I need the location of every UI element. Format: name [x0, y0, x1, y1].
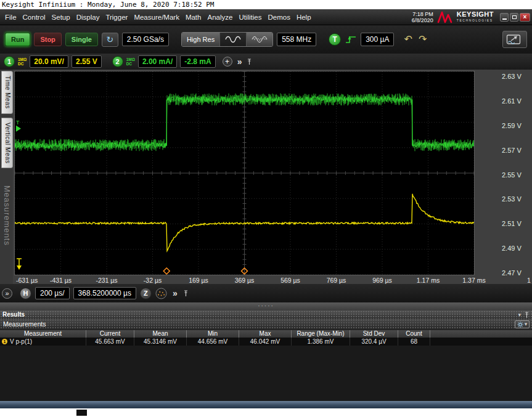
- collapse-icon[interactable]: ▾: [518, 310, 521, 319]
- y-axis-label: 2.53 V: [502, 195, 522, 203]
- channel1-button[interactable]: 1: [4, 56, 15, 67]
- horizontal-position-display[interactable]: 368.5200000 µs: [73, 287, 136, 299]
- bottom-status-bar: [0, 401, 532, 408]
- expand-button[interactable]: »: [2, 288, 12, 299]
- measurement-value: 45.3146 mV: [134, 338, 187, 346]
- timebase-display[interactable]: 200 µs/: [35, 287, 70, 299]
- menu-item-trigger[interactable]: Trigger: [102, 14, 131, 21]
- x-axis-label: 1.37 ms: [462, 277, 485, 284]
- measurements-settings-button[interactable]: ▾: [515, 320, 530, 328]
- pin-icon[interactable]: [524, 312, 530, 318]
- acq-mode-button[interactable]: High Res: [182, 33, 220, 46]
- channel1-coupling[interactable]: 1MΩ DC: [18, 57, 27, 66]
- y-axis-label: 2.59 V: [502, 122, 522, 129]
- pin-icon[interactable]: [183, 290, 189, 297]
- window-title: Keysight Infiniium : Monday, June 8, 202…: [0, 0, 532, 9]
- menu-item-file[interactable]: File: [2, 14, 20, 21]
- channel2-offset-display[interactable]: -2.8 mA: [180, 55, 215, 68]
- brand-text: KEYSIGHT TECHNOLOGIES: [457, 11, 494, 23]
- y-axis-label: 2.57 V: [502, 147, 522, 154]
- channel-bar: 1 1MΩ DC 20.0 mV/ 2.55 V 2 1MΩ DC 2.00 m…: [0, 54, 532, 70]
- scope-workspace: Time Meas Vertical Meas Measurements T 2…: [0, 70, 532, 284]
- chevron-down-icon: ▾: [525, 321, 528, 328]
- measurement-value: 45.663 mV: [86, 338, 134, 346]
- x-axis-label: 369 µs: [235, 277, 255, 284]
- channel2-dc: DC: [126, 62, 135, 66]
- results-header-icons: ▾: [518, 310, 530, 319]
- taskbar-fragment: [76, 410, 87, 416]
- column-header-max[interactable]: Max: [239, 330, 292, 338]
- gear-icon: [517, 322, 523, 328]
- close-button[interactable]: ×: [520, 13, 530, 22]
- measurement-value: 68: [398, 338, 430, 346]
- column-header-count[interactable]: Count: [398, 330, 430, 338]
- column-header-min[interactable]: Min: [187, 330, 239, 338]
- horizontal-button[interactable]: H: [20, 288, 31, 299]
- trigger-edge-icon[interactable]: [345, 34, 357, 45]
- trigger-level-marker: [16, 126, 21, 132]
- sidebar-tab-vertical-meas[interactable]: Vertical Meas: [1, 118, 13, 169]
- undo-button[interactable]: ↶: [403, 34, 413, 44]
- channel2-coupling[interactable]: 1MΩ DC: [126, 57, 135, 66]
- column-header-measurement[interactable]: Measurement: [0, 330, 86, 338]
- waveform-display[interactable]: T: [15, 71, 474, 275]
- measurement-row[interactable]: 1V p-p(1)45.663 mV45.3146 mV44.656 mV46.…: [0, 338, 532, 346]
- measurement-value: 1.386 mV: [292, 338, 350, 346]
- menu-item-measure-mark[interactable]: Measure/Mark: [131, 14, 182, 21]
- channel2-scale-display[interactable]: 2.00 mA/: [138, 55, 177, 68]
- measurements-table-body: 1V p-p(1)45.663 mV45.3146 mV44.656 mV46.…: [0, 338, 532, 346]
- sidebar-tab-time-meas[interactable]: Time Meas: [1, 71, 13, 114]
- channel1-offset-display[interactable]: 2.55 V: [72, 55, 102, 68]
- menu-item-help[interactable]: Help: [293, 14, 314, 21]
- more-chevrons[interactable]: »: [235, 57, 244, 67]
- more-chevrons[interactable]: »: [171, 288, 179, 298]
- panel-splitter[interactable]: [0, 302, 532, 310]
- smooth-wave-button[interactable]: [220, 33, 247, 46]
- minimize-button[interactable]: [500, 13, 509, 22]
- menu-item-math[interactable]: Math: [182, 14, 205, 21]
- waveform-canvas: T: [15, 71, 474, 275]
- column-header-current[interactable]: Current: [86, 330, 134, 338]
- run-button[interactable]: Run: [5, 33, 30, 46]
- x-axis-label: -431 µs: [50, 277, 72, 284]
- add-channel-button[interactable]: +: [223, 57, 232, 67]
- x-axis-label: 969 µs: [372, 277, 392, 284]
- zoom-button[interactable]: Z: [140, 288, 152, 299]
- restore-button[interactable]: [510, 13, 518, 22]
- bandwidth-display[interactable]: 558 MHz: [277, 33, 316, 46]
- menu-item-analyze[interactable]: Analyze: [204, 14, 235, 21]
- sample-rate-display[interactable]: 2.50 GSa/s: [122, 33, 169, 46]
- measurements-header[interactable]: Measurements ▾: [0, 319, 532, 330]
- menu-item-setup[interactable]: Setup: [49, 14, 73, 21]
- time-reference-marker: [163, 268, 170, 274]
- menu-item-utilities[interactable]: Utilities: [235, 14, 264, 21]
- sample-points-icon[interactable]: [155, 288, 167, 299]
- menu-item-demos[interactable]: Demos: [264, 14, 293, 21]
- y-axis-label: 2.49 V: [502, 245, 522, 252]
- acquisition-mode-group: High Res: [181, 32, 273, 47]
- menu-item-control[interactable]: Control: [20, 14, 49, 21]
- redo-button[interactable]: ↷: [417, 34, 428, 44]
- channel1-scale-display[interactable]: 20.0 mV/: [30, 55, 68, 68]
- pin-icon[interactable]: [247, 59, 252, 65]
- y-axis-label: 2.51 V: [502, 220, 522, 227]
- results-header[interactable]: Results ▾: [0, 310, 532, 319]
- column-header-mean[interactable]: Mean: [134, 330, 187, 338]
- zone-trigger-button[interactable]: [502, 31, 527, 48]
- measurements-table-header: MeasurementCurrentMeanMinMaxRange (Max-M…: [0, 330, 532, 338]
- channel1-impedance: 1MΩ: [18, 57, 27, 62]
- single-button[interactable]: Single: [65, 33, 98, 46]
- measurement-value: 44.656 mV: [187, 338, 239, 346]
- stop-button[interactable]: Stop: [34, 33, 61, 46]
- noisy-wave-button[interactable]: [247, 33, 272, 46]
- trigger-level-display[interactable]: 300 µA: [361, 33, 394, 46]
- column-header-std-dev[interactable]: Std Dev: [350, 330, 398, 338]
- x-axis-label: -32 µs: [144, 277, 162, 284]
- menu-items: FileControlSetupDisplayTriggerMeasure/Ma…: [0, 14, 314, 21]
- measurement-name: V p-p(1): [10, 338, 32, 346]
- trigger-button[interactable]: T: [329, 33, 341, 46]
- column-header-range-max-min[interactable]: Range (Max-Min): [292, 330, 350, 338]
- channel2-button[interactable]: 2: [112, 56, 123, 67]
- clear-display-button[interactable]: ↻: [102, 33, 118, 47]
- menu-item-display[interactable]: Display: [73, 14, 103, 21]
